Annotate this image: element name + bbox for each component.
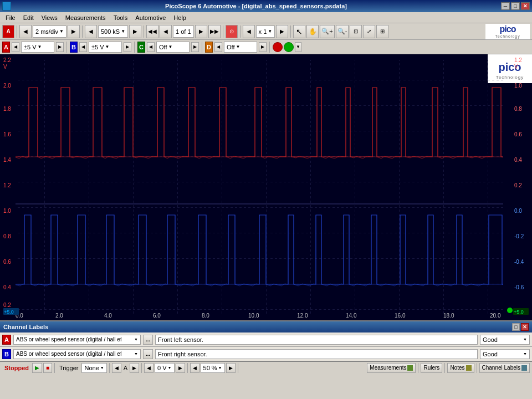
svg-text:10.0: 10.0 bbox=[248, 313, 259, 319]
row-a-desc-button[interactable]: ... bbox=[143, 335, 153, 345]
trigger-channel-next[interactable]: ▶ bbox=[130, 363, 139, 373]
menu-help[interactable]: Help bbox=[170, 13, 190, 22]
channel-d-prev[interactable]: ◀ bbox=[214, 42, 222, 52]
scope-display[interactable]: pico Technology 2.2 V 2.0 1.8 1.6 1.4 1.… bbox=[0, 54, 532, 320]
menu-automotive[interactable]: Automotive bbox=[132, 13, 169, 22]
samples-value: 500 kS bbox=[101, 28, 120, 35]
panel-restore-button[interactable]: □ bbox=[512, 323, 520, 331]
timebase-dropdown[interactable]: 2 ms/div ▼ bbox=[33, 25, 66, 38]
channel-a-prev[interactable]: ◀ bbox=[12, 42, 19, 52]
stop-status-button[interactable]: ■ bbox=[43, 363, 52, 373]
row-a-label-input[interactable]: Front left sensor. bbox=[155, 335, 478, 345]
page-last-button[interactable]: ▶▶ bbox=[208, 25, 221, 38]
zoom-prev-button[interactable]: ◀ bbox=[243, 25, 255, 38]
channel-b-voltage: ±5 V bbox=[91, 44, 104, 50]
channel-a-indicator[interactable]: A bbox=[2, 25, 14, 38]
zoom-dropdown[interactable]: x 1 ▼ bbox=[256, 25, 275, 38]
channel-b-prev[interactable]: ◀ bbox=[79, 42, 87, 52]
page-first-button[interactable]: ◀◀ bbox=[146, 25, 158, 38]
channel-a-next[interactable]: ▶ bbox=[56, 42, 64, 52]
stopped-status: Stopped bbox=[2, 365, 31, 371]
status-sep4 bbox=[187, 363, 188, 373]
row-b-desc-button[interactable]: ... bbox=[143, 349, 153, 359]
page-dropdown[interactable]: 1 of 1 bbox=[173, 25, 194, 38]
notes-button[interactable]: Notes bbox=[447, 363, 474, 373]
record-dropdown-arrow[interactable]: ▼ bbox=[295, 42, 301, 52]
trigger-pct-dropdown[interactable]: 50 % ▼ bbox=[201, 363, 225, 373]
row-a-sensor-select[interactable]: ABS or wheel speed sensor (digital / hal… bbox=[13, 335, 141, 345]
samples-dropdown[interactable]: 500 kS ▼ bbox=[98, 25, 128, 38]
notes-label: Notes bbox=[450, 365, 464, 371]
pico-logo-text: pico bbox=[500, 24, 516, 34]
trigger-channel-prev[interactable]: ◀ bbox=[112, 363, 121, 373]
stop-button[interactable]: ⊙ bbox=[226, 25, 238, 38]
channel-a-voltage-dropdown[interactable]: ±5 V ▼ bbox=[21, 42, 54, 53]
main-toolbar: A ◀ 2 ms/div ▼ ▶ ◀ 500 kS ▼ ▶ ◀◀ ◀ 1 of … bbox=[0, 23, 532, 40]
channel-b-next[interactable]: ▶ bbox=[124, 42, 131, 52]
svg-text:V: V bbox=[3, 64, 7, 70]
svg-text:+5.0: +5.0 bbox=[514, 309, 524, 315]
row-b-label-input[interactable]: Front right sensor. bbox=[155, 349, 478, 359]
channel-c-dropdown[interactable]: Off ▼ bbox=[156, 42, 190, 53]
samples-next-button[interactable]: ▶ bbox=[129, 25, 141, 38]
menu-tools[interactable]: Tools bbox=[110, 13, 131, 22]
menu-views[interactable]: Views bbox=[38, 13, 61, 22]
trigger-type-value: None bbox=[84, 365, 99, 371]
trigger-button[interactable] bbox=[284, 42, 294, 52]
rulers-button[interactable]: Rulers bbox=[421, 363, 442, 373]
close-button[interactable]: ✕ bbox=[521, 2, 530, 10]
record-button[interactable] bbox=[273, 42, 283, 52]
page-prev-button[interactable]: ◀ bbox=[160, 25, 172, 38]
minimize-button[interactable]: ─ bbox=[501, 2, 510, 10]
ch-sep2 bbox=[134, 42, 135, 53]
row-b-rating-select[interactable]: Good ▼ bbox=[480, 349, 530, 359]
trigger-pct-prev[interactable]: ◀ bbox=[190, 363, 200, 373]
zoom-in-button[interactable]: 🔍+ bbox=[320, 25, 334, 38]
page-next-button[interactable]: ▶ bbox=[195, 25, 207, 38]
ruler-button[interactable]: ⊞ bbox=[376, 25, 388, 38]
channel-c-prev[interactable]: ◀ bbox=[147, 42, 155, 52]
pico-logo: pico Technology bbox=[485, 24, 530, 39]
samples-prev-button[interactable]: ◀ bbox=[85, 25, 97, 38]
measurements-icon bbox=[407, 365, 413, 371]
menu-measurements[interactable]: Measurements bbox=[62, 13, 109, 22]
svg-text:V: V bbox=[514, 64, 518, 70]
menu-file[interactable]: File bbox=[2, 13, 19, 22]
play-button[interactable]: ▶ bbox=[32, 363, 42, 373]
channel-toolbar: A ◀ ±5 V ▼ ▶ B ◀ ±5 V ▼ ▶ C ◀ Off ▼ ▶ D … bbox=[0, 40, 532, 54]
cursor-tool-button[interactable]: ↖ bbox=[293, 25, 305, 38]
svg-text:2.0: 2.0 bbox=[55, 313, 63, 319]
status-sep6 bbox=[418, 363, 418, 373]
row-b-sensor-select[interactable]: ABS or wheel speed sensor (digital / hal… bbox=[13, 349, 141, 359]
maximize-button[interactable]: □ bbox=[511, 2, 520, 10]
zoom-rect-button[interactable]: ⊡ bbox=[350, 25, 362, 38]
measurements-button[interactable]: Measurements bbox=[367, 363, 416, 373]
samples-arrow: ▼ bbox=[121, 29, 125, 34]
channel-labels-button[interactable]: Channel Labels bbox=[479, 363, 530, 373]
channel-b-voltage-dropdown[interactable]: ±5 V ▼ bbox=[89, 42, 122, 53]
channel-d-next[interactable]: ▶ bbox=[259, 42, 267, 52]
rulers-label: Rulers bbox=[423, 365, 439, 371]
menu-edit[interactable]: Edit bbox=[20, 13, 37, 22]
panel-close-button[interactable]: ✕ bbox=[521, 323, 529, 331]
row-a-rating-select[interactable]: Good ▼ bbox=[480, 335, 530, 345]
row-b-rating-arrow: ▼ bbox=[523, 352, 527, 356]
svg-text:-0.6: -0.6 bbox=[514, 284, 524, 290]
zoom-next-button[interactable]: ▶ bbox=[276, 25, 288, 38]
timebase-prev-button[interactable]: ◀ bbox=[19, 25, 32, 38]
channel-labels-panel: Channel Labels □ ✕ A ABS or wheel speed … bbox=[0, 320, 532, 361]
trigger-level-prev[interactable]: ◀ bbox=[144, 363, 154, 373]
channel-c-next[interactable]: ▶ bbox=[191, 42, 199, 52]
drag-tool-button[interactable]: ✋ bbox=[306, 25, 319, 38]
scope-area: pico Technology 2.2 V 2.0 1.8 1.6 1.4 1.… bbox=[0, 54, 532, 320]
svg-text:1.0: 1.0 bbox=[514, 83, 522, 89]
channel-d-dropdown[interactable]: Off ▼ bbox=[224, 42, 257, 53]
trigger-level-next[interactable]: ▶ bbox=[176, 363, 185, 373]
zoom-auto-button[interactable]: ⤢ bbox=[363, 25, 375, 38]
trigger-type-dropdown[interactable]: None ▼ bbox=[81, 363, 106, 373]
trigger-pct-next[interactable]: ▶ bbox=[226, 363, 236, 373]
trigger-level-dropdown[interactable]: 0 V ▼ bbox=[155, 363, 174, 373]
zoom-out-button[interactable]: 🔍- bbox=[336, 25, 349, 38]
ch-sep1 bbox=[66, 42, 67, 53]
timebase-next-button[interactable]: ▶ bbox=[68, 25, 80, 38]
